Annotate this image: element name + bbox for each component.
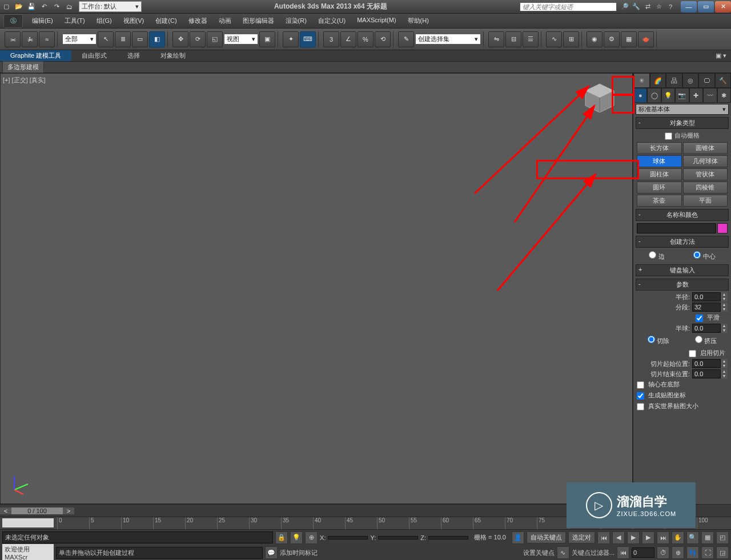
tab-selection[interactable]: 选择 bbox=[117, 50, 150, 61]
workspace-dropdown[interactable]: 工作台: 默认▾ bbox=[79, 1, 142, 12]
menu-modifiers[interactable]: 修改器 bbox=[183, 15, 213, 27]
autokey-button[interactable]: 自动关键点 bbox=[527, 531, 566, 543]
menu-group[interactable]: 组(G) bbox=[91, 15, 118, 27]
schematic-icon[interactable]: ⊞ bbox=[563, 31, 579, 47]
slice-from-spinner[interactable]: 0.0▲▼ bbox=[692, 359, 728, 368]
create-tab-icon[interactable]: ✳ bbox=[633, 73, 650, 88]
minimize-button[interactable]: — bbox=[681, 1, 697, 13]
material-editor-icon[interactable]: ◉ bbox=[587, 31, 603, 47]
viewport-label[interactable]: [+] [正交] [真实] bbox=[3, 76, 46, 84]
binoculars-icon[interactable]: 🔎 bbox=[619, 1, 630, 13]
display-tab-icon[interactable]: 🖵 bbox=[698, 73, 715, 88]
modify-tab-icon[interactable]: 🌈 bbox=[650, 73, 666, 88]
trackbar-keys[interactable] bbox=[2, 518, 54, 527]
scale-icon[interactable]: ◱ bbox=[207, 31, 223, 47]
key-toggle-icon[interactable]: ⏮ bbox=[617, 546, 629, 559]
smooth-checkbox[interactable]: 平滑 bbox=[696, 314, 720, 321]
torus-button[interactable]: 圆环 bbox=[637, 182, 682, 194]
menu-rendering[interactable]: 渲染(R) bbox=[280, 15, 312, 27]
keyboard-shortcut-icon[interactable]: ⌨ bbox=[300, 31, 316, 47]
manipulate-icon[interactable]: ✦ bbox=[283, 31, 299, 47]
time-tag-label[interactable]: 添加时间标记 bbox=[280, 549, 318, 557]
edge-radio[interactable]: 边 bbox=[649, 251, 664, 261]
sphere-button[interactable]: 球体 bbox=[637, 155, 682, 167]
y-coord[interactable] bbox=[378, 536, 418, 539]
time-next-icon[interactable]: > bbox=[63, 507, 74, 514]
coord-display-icon[interactable]: ⊕ bbox=[305, 531, 318, 544]
cylinder-button[interactable]: 圆柱体 bbox=[637, 168, 682, 180]
redo-icon[interactable]: ↷ bbox=[51, 1, 62, 13]
geosphere-button[interactable]: 几何球体 bbox=[683, 155, 728, 167]
menu-tools[interactable]: 工具(T) bbox=[59, 15, 91, 27]
lights-icon[interactable]: 💡 bbox=[661, 88, 675, 103]
poly-modeling-button[interactable]: 多边形建模 bbox=[2, 61, 44, 73]
base-pivot-checkbox[interactable]: 轴心在底部 bbox=[637, 381, 680, 388]
bind-spacewarp-icon[interactable]: ≈ bbox=[39, 31, 55, 47]
box-button[interactable]: 长方体 bbox=[637, 142, 682, 154]
undo-icon[interactable]: ↶ bbox=[38, 1, 50, 13]
move-icon[interactable]: ✥ bbox=[172, 31, 188, 47]
search-input[interactable] bbox=[520, 2, 617, 11]
rollout-parameters[interactable]: -参数 bbox=[636, 279, 729, 291]
nav-pan-icon[interactable]: ✋ bbox=[672, 531, 684, 544]
squash-radio[interactable]: 挤压 bbox=[695, 336, 717, 345]
geometry-icon[interactable]: ● bbox=[633, 88, 647, 103]
radius-spinner[interactable]: 0.0▲▼ bbox=[692, 292, 728, 301]
mirror-icon[interactable]: ⇋ bbox=[488, 31, 504, 47]
star-icon[interactable]: ☆ bbox=[653, 1, 665, 13]
maxscript-listener[interactable]: 欢迎使用 MAXScr bbox=[2, 544, 54, 561]
named-sel-edit-icon[interactable]: ✎ bbox=[398, 31, 414, 47]
save-icon[interactable]: 💾 bbox=[26, 1, 37, 13]
time-prev-icon[interactable]: < bbox=[0, 507, 11, 514]
goto-start-icon[interactable]: ⏮ bbox=[597, 531, 610, 544]
gen-uv-checkbox[interactable]: 生成贴图坐标 bbox=[637, 392, 686, 398]
menu-maxscript[interactable]: MAXScript(M) bbox=[351, 15, 401, 27]
x-coord[interactable] bbox=[328, 536, 368, 539]
percent-snap-icon[interactable]: % bbox=[358, 31, 373, 47]
render-setup-icon[interactable]: ⚙ bbox=[604, 31, 620, 47]
app-menu-button[interactable]: Ⓢ bbox=[3, 14, 23, 28]
hierarchy-tab-icon[interactable]: 品 bbox=[666, 73, 682, 88]
rollout-name-color[interactable]: -名称和颜色 bbox=[636, 209, 729, 221]
prev-frame-icon[interactable]: ◀ bbox=[612, 531, 625, 544]
angle-snap-icon[interactable]: ∠ bbox=[340, 31, 356, 47]
goto-end-icon[interactable]: ⏭ bbox=[657, 531, 669, 544]
z-coord[interactable] bbox=[428, 536, 468, 539]
rotate-icon[interactable]: ⟳ bbox=[190, 31, 206, 47]
systems-icon[interactable]: ✱ bbox=[717, 88, 731, 103]
object-name-input[interactable] bbox=[637, 223, 716, 233]
utilities-tab-icon[interactable]: 🔨 bbox=[715, 73, 732, 88]
next-frame-icon[interactable]: ▶ bbox=[642, 531, 654, 544]
isolate-icon[interactable]: 💡 bbox=[290, 531, 303, 544]
real-world-checkbox[interactable]: 真实世界贴图大小 bbox=[637, 402, 698, 409]
shapes-icon[interactable]: ◯ bbox=[647, 88, 661, 103]
nav-region-icon[interactable]: ◰ bbox=[716, 531, 729, 544]
render-frame-icon[interactable]: ▦ bbox=[621, 31, 637, 47]
new-icon[interactable]: ▢ bbox=[1, 1, 12, 13]
slice-to-spinner[interactable]: 0.0▲▼ bbox=[692, 369, 728, 378]
object-color-swatch[interactable] bbox=[717, 223, 728, 233]
menu-customize[interactable]: 自定义(U) bbox=[312, 15, 351, 27]
menu-create[interactable]: 创建(C) bbox=[150, 15, 182, 27]
spinner-snap-icon[interactable]: ⟲ bbox=[375, 31, 391, 47]
unlink-icon[interactable]: ⫘̸ bbox=[22, 31, 38, 47]
key-icon[interactable]: 🔧 bbox=[630, 1, 642, 13]
ribbon-dropdown-icon[interactable]: ▣ ▾ bbox=[711, 51, 731, 61]
current-frame-field[interactable]: 0 bbox=[632, 547, 654, 558]
plane-button[interactable]: 平面 bbox=[683, 195, 728, 207]
nav-fov-icon[interactable]: ▦ bbox=[701, 531, 714, 544]
close-button[interactable]: ✕ bbox=[715, 1, 731, 13]
menu-edit[interactable]: 编辑(E) bbox=[26, 15, 59, 27]
ref-coord-dropdown[interactable]: 视图▾ bbox=[224, 34, 258, 45]
tab-graphite[interactable]: Graphite 建模工具 bbox=[0, 50, 71, 61]
teapot-button[interactable]: 茶壶 bbox=[637, 195, 682, 207]
key-filters-button[interactable]: 关键点过滤器... bbox=[572, 549, 614, 557]
exchange-icon[interactable]: ⇄ bbox=[642, 1, 653, 13]
link-icon[interactable]: ⫘ bbox=[5, 31, 21, 47]
pyramid-button[interactable]: 四棱锥 bbox=[683, 182, 728, 194]
comm-center-icon[interactable]: 💬 bbox=[265, 546, 278, 559]
menu-help[interactable]: 帮助(H) bbox=[402, 15, 435, 27]
select-icon[interactable]: ↖ bbox=[98, 31, 114, 47]
help-icon[interactable]: ? bbox=[665, 1, 676, 13]
snap-toggle-icon[interactable]: 3 bbox=[323, 31, 339, 47]
